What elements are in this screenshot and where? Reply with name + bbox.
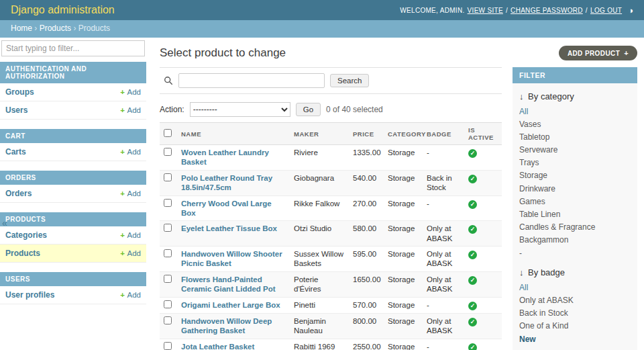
badge-cell: - [423,339,464,350]
is-active-cell: ✓ [464,313,502,339]
filter-option-candles-fragrance[interactable]: Candles & Fragrance [519,222,595,232]
price-cell: 1335.00 [349,145,384,171]
row-checkbox[interactable] [164,316,172,324]
product-link[interactable]: Cherry Wood Oval Large Box [181,200,272,217]
price-cell: 800.00 [349,313,384,339]
category-cell: Storage [384,195,423,221]
row-checkbox[interactable] [164,199,172,207]
model-link-groups[interactable]: Groups [5,87,34,97]
product-link[interactable]: Woven Leather Laundry Basket [181,148,269,166]
row-select-cell [160,271,177,297]
filter-options: AllVasesTabletopServewareTraysStorageDri… [519,105,631,259]
add-link-categories[interactable]: + Add [120,231,141,239]
site-title[interactable]: Django administration [11,4,115,16]
filter-option-all[interactable]: All [519,283,528,292]
product-link[interactable]: Handwoven Willow Deep Gathering Basket [181,317,272,335]
category-cell: Storage [384,221,423,247]
maker-cell: Poterie d'Évires [290,271,349,297]
category-cell: Storage [384,339,423,350]
column-header-category[interactable]: CATEGORY [384,123,423,145]
product-link[interactable]: Handwoven Willow Shooter Picnic Basket [181,250,282,267]
price-cell: 595.00 [349,247,384,272]
filter-option-backgammon[interactable]: Backgammon [519,235,568,245]
action-select[interactable]: --------- [190,102,290,117]
product-link[interactable]: Flowers Hand-Painted Ceramic Giant Lidde… [181,275,276,293]
row-checkbox[interactable] [164,148,172,156]
column-header-maker[interactable]: MAKER [290,123,349,145]
sidebar-filter-input[interactable] [1,40,145,56]
model-link-users[interactable]: Users [5,105,28,115]
model-link-carts[interactable]: Carts [5,147,26,157]
table-row: Eyelet Leather Tissue BoxOtzi Studio580.… [160,221,502,247]
column-header-badge[interactable]: BADGE [423,123,464,145]
column-header-price[interactable]: PRICE [349,123,384,145]
filter-option-new[interactable]: New [519,335,536,344]
user-link-change-password[interactable]: CHANGE PASSWORD [511,7,583,14]
row-checkbox[interactable] [164,300,172,308]
add-link-groups[interactable]: + Add [120,88,141,96]
user-link-view-site[interactable]: VIEW SITE [468,7,503,14]
add-link-user-profiles[interactable]: + Add [120,291,141,299]
plus-icon: + [624,49,629,57]
breadcrumb-separator: › [32,24,40,33]
sidebar-collapse-toggle[interactable]: « [0,216,9,230]
model-link-categories[interactable]: Categories [5,230,47,240]
row-checkbox[interactable] [164,249,172,257]
is-active-cell: ✓ [464,271,502,297]
theme-toggle-icon[interactable]: ◑ [628,6,633,15]
add-link-products[interactable]: + Add [120,249,141,257]
breadcrumb-link-home[interactable]: Home [11,24,32,33]
product-link[interactable]: Jota Leather Basket [181,343,254,350]
search-input[interactable] [178,73,325,88]
row-checkbox[interactable] [164,275,172,283]
filter-option-all[interactable]: All [519,107,528,116]
nav-module-caption: ORDERS [0,171,146,185]
add-link-users[interactable]: + Add [120,106,141,114]
user-link-log-out[interactable]: LOG OUT [590,7,622,14]
plus-icon: + [120,148,125,156]
table-row: Handwoven Willow Shooter Picnic BasketSu… [160,247,502,272]
column-header-is-active[interactable]: IS ACTIVE [464,123,502,145]
filter-option-drinkware[interactable]: Drinkware [519,184,555,193]
filter-option-vases[interactable]: Vases [519,120,541,129]
model-link-user-profiles[interactable]: User profiles [5,290,54,300]
filter-option-tabletop[interactable]: Tabletop [519,132,549,142]
add-product-button[interactable]: ADD PRODUCT + [559,46,637,60]
filter-option-games[interactable]: Games [519,197,545,206]
price-cell: 540.00 [349,170,384,195]
search-button[interactable]: Search [330,74,369,87]
row-checkbox[interactable] [164,173,172,181]
model-link-products[interactable]: Products [5,249,40,258]
add-link-orders[interactable]: + Add [120,189,141,198]
filter-option-item: All [519,105,631,118]
filter-option-one-of-a-kind[interactable]: One of a Kind [519,321,568,331]
product-link[interactable]: Origami Leather Large Box [181,301,280,309]
filter-option-storage[interactable]: Storage [519,171,547,180]
product-name-cell: Cherry Wood Oval Large Box [177,195,290,221]
filter-option-back-in-stock[interactable]: Back in Stock [519,308,568,318]
row-checkbox[interactable] [164,342,172,350]
filter-option-only-at-abask[interactable]: Only at ABASK [519,296,574,305]
breadcrumb-link-products[interactable]: Products [40,24,71,33]
filter-option-item: Only at ABASK [519,294,631,306]
user-links: VIEW SITE / CHANGE PASSWORD / LOG OUT [467,7,623,14]
select-all-checkbox[interactable] [164,129,172,137]
row-checkbox[interactable] [164,224,172,232]
go-button[interactable]: Go [296,103,321,116]
column-header-name[interactable]: NAME [177,123,290,145]
price-cell: 2550.00 [349,339,384,350]
add-link-carts[interactable]: + Add [120,148,141,156]
sidebar-item-categories: Categories+ Add [0,226,146,245]
down-arrow-icon: ↓ [519,91,524,101]
filter-option-trays[interactable]: Trays [519,158,539,167]
row-select-cell [160,297,177,313]
filter-option-none[interactable]: - [519,249,522,258]
filter-option-item: Tabletop [519,130,631,143]
filter-panel-title: FILTER [513,67,637,83]
model-link-orders[interactable]: Orders [5,189,32,198]
product-link[interactable]: Eyelet Leather Tissue Box [181,224,277,232]
filter-option-serveware[interactable]: Serveware [519,145,557,155]
is-active-cell: ✓ [464,339,502,350]
filter-option-table-linen[interactable]: Table Linen [519,210,560,219]
product-link[interactable]: Polo Leather Round Tray 18.5in/47.5cm [181,174,272,191]
